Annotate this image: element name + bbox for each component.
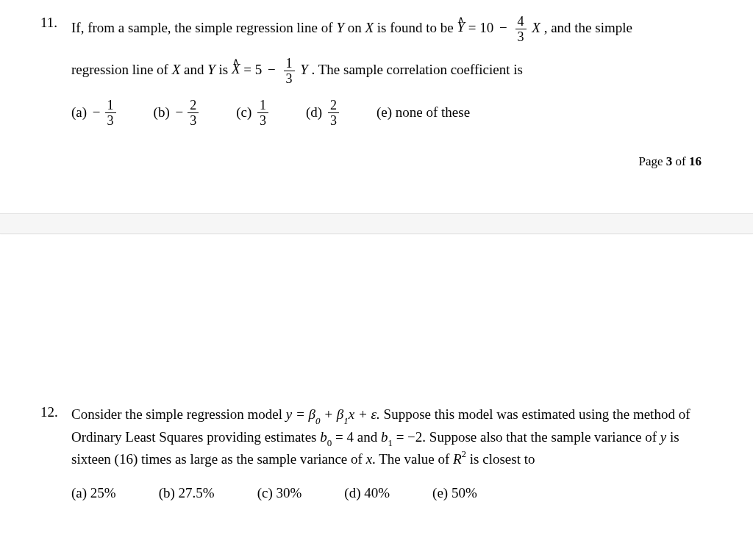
var-y: y [660, 429, 666, 445]
option-label: (e) none of these [376, 100, 470, 125]
q11-line1: If, from a sample, the simple regression… [71, 15, 720, 43]
option-c[interactable]: (c) 30% [257, 483, 302, 503]
option-d[interactable]: (d) 40% [344, 483, 390, 503]
option-e[interactable]: (e) 50% [432, 483, 477, 503]
question-number: 11. [40, 15, 71, 31]
question-number: 12. [40, 404, 71, 420]
text: Consider the simple regression model [71, 406, 286, 422]
q11-line2: regression line of X and Y is ∧X = 5 − 1… [71, 57, 720, 85]
option-label: (b) [154, 100, 170, 125]
minus-sign: − [93, 100, 101, 125]
text: = −2. Suppose also that the sample varia… [393, 429, 660, 445]
b0-sub: 0 [327, 437, 332, 448]
text: . The value of [372, 452, 453, 467]
text: and [180, 62, 207, 77]
minus-sign: − [268, 62, 276, 77]
equation-2: ∧X = 5 − 13 Y [232, 62, 312, 77]
text: . The sample correlation coefficient is [312, 62, 523, 77]
fraction: 13 [257, 98, 268, 127]
b0: b [320, 429, 327, 445]
var-y: Y [207, 62, 215, 77]
option-label: (a) [71, 100, 87, 125]
option-d[interactable]: (d) 23 [306, 98, 341, 127]
text: is found to be [374, 20, 457, 35]
option-a[interactable]: (a) 25% [71, 483, 116, 503]
text: , and the simple [544, 20, 632, 35]
page-prefix: Page [639, 154, 666, 168]
option-e[interactable]: (e) none of these [376, 100, 470, 125]
fraction: 13 [105, 98, 116, 127]
var-x: X [532, 20, 540, 35]
text: on [344, 20, 365, 35]
option-label: (d) [306, 100, 322, 125]
question-body: Consider the simple regression model y =… [71, 404, 720, 503]
y-hat: ∧Y [457, 15, 465, 35]
page-footer: Page 3 of 16 [639, 154, 702, 169]
var-x: X [172, 62, 181, 77]
var-x: X [365, 20, 374, 35]
fraction: 43 [515, 15, 527, 43]
minus-sign: − [499, 20, 507, 35]
option-a[interactable]: (a) − 13 [71, 98, 118, 127]
text: regression line of [71, 62, 172, 77]
var-r: R [453, 452, 462, 467]
question-12: 12. Consider the simple regression model… [40, 404, 720, 511]
option-label: (c) [236, 100, 251, 125]
text: = 4 and [332, 429, 381, 445]
fraction: 13 [284, 57, 295, 85]
var-x: x [366, 452, 372, 467]
option-c[interactable]: (c) 13 [236, 98, 271, 127]
page-separator [0, 213, 753, 234]
b1-sub: 1 [388, 437, 393, 448]
eq-const: = 5 [243, 62, 262, 77]
question-11: 11. If, from a sample, the simple regres… [40, 15, 720, 127]
option-b[interactable]: (b) 27.5% [159, 483, 215, 503]
text: is [215, 62, 232, 77]
var-y: Y [336, 20, 344, 35]
q12-options: (a) 25% (b) 27.5% (c) 30% (d) 40% (e) 50… [71, 483, 720, 503]
equation-1: ∧Y = 10 − 43 X [457, 20, 544, 35]
minus-sign: − [175, 100, 183, 125]
b1: b [381, 429, 388, 445]
page-total: 16 [689, 154, 702, 168]
eq-const: = 10 [468, 20, 493, 35]
var-y: Y [300, 62, 308, 77]
x-hat: ∧X [232, 57, 240, 76]
regression-model: y = β0 + β1x + ε. [286, 406, 384, 422]
q11-options: (a) − 13 (b) − 23 (c) 13 (d) 23 (e) none… [71, 98, 720, 127]
question-body: If, from a sample, the simple regression… [71, 15, 720, 127]
fraction: 23 [188, 98, 199, 127]
option-b[interactable]: (b) − 23 [154, 98, 201, 127]
page-of: of [672, 154, 689, 168]
text: If, from a sample, the simple regression… [71, 20, 336, 35]
squared: 2 [462, 448, 467, 459]
fraction: 23 [328, 98, 339, 127]
text: is closest to [470, 452, 535, 467]
